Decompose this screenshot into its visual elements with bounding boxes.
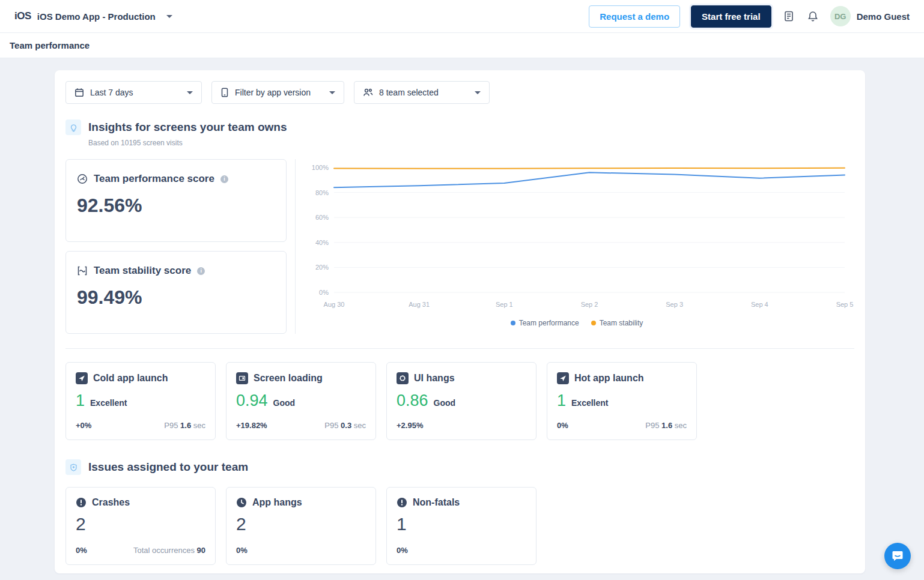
stability-score-value: 99.49% xyxy=(77,286,275,309)
app-version-value: Filter by app version xyxy=(235,88,311,97)
metric-title: UI hangs xyxy=(414,373,455,384)
issue-title: App hangs xyxy=(252,497,302,508)
app-selector-label: iOS Demo App - Production xyxy=(37,11,156,22)
metric-value: 0.94 xyxy=(236,391,268,410)
svg-text:Aug 31: Aug 31 xyxy=(409,301,430,308)
cold-launch-rocket-icon xyxy=(76,372,88,384)
issues-section-header: Issues assigned to your team xyxy=(65,459,854,475)
issues-title: Issues assigned to your team xyxy=(88,461,248,474)
svg-text:0%: 0% xyxy=(319,289,329,296)
bug-icon xyxy=(65,459,81,475)
metric-p95: P95 1.6 sec xyxy=(645,421,687,430)
svg-text:40%: 40% xyxy=(315,239,329,246)
app-hangs-card[interactable]: App hangs 2 0% xyxy=(226,487,376,565)
hot-app-launch-card[interactable]: Hot app launch 1 Excellent 0% P95 1.6 se… xyxy=(547,362,697,440)
svg-text:Sep 5: Sep 5 xyxy=(836,301,854,308)
issue-value: 2 xyxy=(236,514,366,534)
hot-launch-rocket-icon xyxy=(557,372,569,384)
stability-score-card: Team stability score i 99.49% xyxy=(65,251,287,334)
insights-title: Insights for screens your team owns xyxy=(88,121,287,134)
svg-text:20%: 20% xyxy=(315,264,329,271)
issues-row: Crashes 2 0% Total occurrences 90 App h xyxy=(65,487,854,565)
chevron-down-icon xyxy=(475,91,481,94)
chevron-down-icon xyxy=(329,91,335,94)
team-icon xyxy=(363,88,373,97)
svg-text:Aug 30: Aug 30 xyxy=(324,301,345,308)
team-filter[interactable]: 8 team selected xyxy=(354,81,490,104)
notifications-bell-icon[interactable] xyxy=(806,10,819,23)
ui-hangs-spinner-icon xyxy=(397,372,409,384)
cold-app-launch-card[interactable]: Cold app launch 1 Excellent +0% P95 1.6 … xyxy=(65,362,216,440)
metric-p95: P95 1.6 sec xyxy=(164,421,205,430)
chart-legend: Team performance Team stability xyxy=(299,319,854,327)
chevron-down-icon xyxy=(187,91,193,94)
crashes-card[interactable]: Crashes 2 0% Total occurrences 90 xyxy=(65,487,216,565)
metric-change: 0% xyxy=(557,421,568,430)
issue-value: 1 xyxy=(397,514,526,534)
app-logo: iOS xyxy=(14,10,31,22)
gauge-icon xyxy=(77,174,88,184)
metric-p95: P95 0.3 sec xyxy=(324,421,366,430)
info-icon[interactable]: i xyxy=(197,267,205,275)
legend-team-performance[interactable]: Team performance xyxy=(511,319,579,327)
main-content: Last 7 days Filter by app version 8 xyxy=(0,58,924,580)
lightbulb-icon xyxy=(65,119,81,135)
section-divider xyxy=(65,348,854,349)
date-range-filter[interactable]: Last 7 days xyxy=(65,81,202,104)
filter-bar: Last 7 days Filter by app version 8 xyxy=(65,81,854,104)
dashboard-card: Last 7 days Filter by app version 8 xyxy=(55,70,865,573)
performance-score-card: Team performance score i 92.56% xyxy=(65,159,287,242)
team-filter-value: 8 team selected xyxy=(379,88,439,97)
user-menu[interactable]: DG Demo Guest xyxy=(830,6,910,26)
crash-alert-icon xyxy=(76,497,87,508)
non-fatal-alert-icon xyxy=(397,497,407,508)
insights-subtitle: Based on 10195 screen visits xyxy=(88,139,854,147)
stability-wave-icon xyxy=(77,265,88,276)
chat-bubble-icon xyxy=(891,549,904,563)
app-version-filter[interactable]: Filter by app version xyxy=(211,81,344,104)
screen-loading-icon xyxy=(236,372,248,384)
mobile-device-icon xyxy=(220,88,229,97)
metric-status: Excellent xyxy=(90,398,127,408)
app-hang-clock-icon xyxy=(236,497,247,508)
svg-text:60%: 60% xyxy=(315,214,329,221)
metric-value: 1 xyxy=(76,391,85,410)
issue-title: Crashes xyxy=(92,497,130,508)
metric-change: +19.82% xyxy=(236,421,267,430)
ui-hangs-card[interactable]: UI hangs 0.86 Good +2.95% xyxy=(386,362,536,440)
metric-status: Excellent xyxy=(571,398,608,408)
calendar-icon xyxy=(74,88,84,97)
stability-score-label: Team stability score xyxy=(94,265,191,277)
chat-launcher-button[interactable] xyxy=(884,543,911,569)
metric-title: Screen loading xyxy=(254,373,323,384)
app-selector[interactable]: iOS iOS Demo App - Production xyxy=(14,10,172,22)
avatar: DG xyxy=(830,6,851,26)
chevron-down-icon xyxy=(166,15,172,18)
legend-team-stability[interactable]: Team stability xyxy=(591,319,643,327)
team-scores-chart: 0%20%40%60%80%100%Aug 30Aug 31Sep 1Sep 2… xyxy=(299,159,854,314)
scores-chart-panel: 0%20%40%60%80%100%Aug 30Aug 31Sep 1Sep 2… xyxy=(295,159,854,334)
screen-loading-card[interactable]: Screen loading 0.94 Good +19.82% P95 0.3… xyxy=(226,362,376,440)
issue-change: 0% xyxy=(236,546,248,555)
page-header: Team performance xyxy=(0,33,924,58)
request-demo-button[interactable]: Request a demo xyxy=(589,5,680,28)
svg-text:80%: 80% xyxy=(315,189,329,196)
issue-value: 2 xyxy=(76,514,205,534)
page-title: Team performance xyxy=(10,40,90,50)
metric-status: Good xyxy=(434,398,456,408)
top-nav: iOS iOS Demo App - Production Request a … xyxy=(0,0,924,33)
legend-dot-performance xyxy=(511,321,515,325)
metric-title: Hot app launch xyxy=(574,373,644,384)
metric-title: Cold app launch xyxy=(93,373,168,384)
svg-text:Sep 2: Sep 2 xyxy=(581,301,598,308)
apdex-metrics-row: Cold app launch 1 Excellent +0% P95 1.6 … xyxy=(65,362,854,440)
user-name: Demo Guest xyxy=(857,11,910,22)
metric-value: 0.86 xyxy=(397,391,428,410)
changelog-icon[interactable] xyxy=(782,10,795,23)
start-free-trial-button[interactable]: Start free trial xyxy=(691,5,771,28)
svg-text:Sep 4: Sep 4 xyxy=(751,301,768,308)
metric-change: +2.95% xyxy=(397,421,423,430)
non-fatals-card[interactable]: Non-fatals 1 0% xyxy=(386,487,536,565)
performance-score-value: 92.56% xyxy=(77,195,275,217)
info-icon[interactable]: i xyxy=(220,175,228,183)
